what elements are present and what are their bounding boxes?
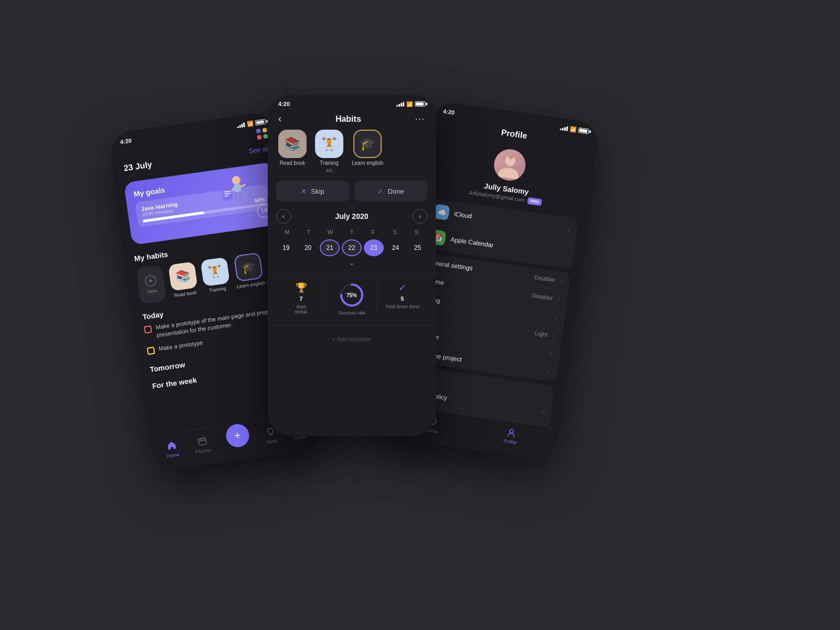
about-arrow-icon: › [547,368,550,375]
cal-day-24[interactable]: 24 [386,239,406,256]
center-english-icon: 🎓 [353,130,382,158]
nav-home[interactable]: Home [165,439,180,459]
center-time: 4:20 [278,101,290,107]
center-book-label: Read book [280,160,305,166]
nav-add-button[interactable]: + [224,422,250,448]
svg-line-13 [198,440,206,441]
streak-days: 7 [300,296,303,302]
nav-home-label: Home [166,452,180,459]
right-wifi-icon: 📶 [570,126,576,133]
total-number: 5 [401,296,404,302]
cal-day-21[interactable]: 21 [320,239,340,256]
cal-day-19[interactable]: 19 [276,239,296,256]
center-habit-english[interactable]: 🎓 Learn english [352,130,383,173]
left-time: 4:20 [120,137,132,145]
calendar-arrow-icon: › [563,251,566,259]
privacy-arrow-icon: › [541,407,544,415]
back-button[interactable]: ‹ [278,113,281,124]
success-circle: 75% [339,282,365,308]
task-text-2: Make a prototype [158,339,203,353]
read-book-icon-box: 📚 [168,261,197,291]
cal-prev-button[interactable]: ‹ [276,209,291,224]
wifi-icon: 📶 [246,120,253,127]
add-habit-icon: + [144,274,158,287]
right-nav-profile[interactable]: Profile [503,427,519,445]
checkmark-icon: ✓ [398,282,406,293]
training-label: Training [209,286,226,293]
skip-button[interactable]: ✕ Skip [276,181,349,202]
habit-read-book[interactable]: 📚 Read book [168,261,198,298]
right-profile-label: Profile [503,438,518,445]
support-arrow-icon: › [550,350,553,357]
nav-planner[interactable]: Planner [193,434,212,455]
success-stat: 75% Success rate [326,282,376,316]
center-book-icon: 📚 [278,130,307,158]
disablet-1-value: Disablet [534,274,555,283]
icloud-icon: ☁️ [433,204,450,220]
rating-arrow-icon: › [555,313,558,321]
total-label: Total times done [385,304,420,309]
center-habit-training[interactable]: 🏋️ Training 4/6 [315,130,343,173]
center-english-label: Learn english [352,160,383,166]
svg-rect-1 [233,183,242,193]
done-button[interactable]: ✓ Done [354,181,427,202]
stats-divider [268,325,436,326]
success-percent: 75% [346,292,357,298]
done-label: Done [387,187,404,195]
success-label: Success rate [338,310,365,316]
center-habit-book[interactable]: 📚 Read book [278,130,307,173]
task-checkbox-2[interactable] [147,346,155,355]
new-label: New [147,288,157,295]
cal-next-button[interactable]: › [413,209,427,224]
trophy-icon: 🏆 [296,282,307,293]
streak-label: daysstreak [295,304,308,314]
avatar-placeholder [492,147,528,183]
svg-line-11 [200,438,201,440]
skip-x-icon: ✕ [301,187,307,195]
svg-line-12 [203,437,204,439]
planner-icon [196,435,209,448]
center-status-bar: 4:20 📶 [268,94,436,110]
center-wifi-icon: 📶 [406,101,413,107]
done-check-icon: ✓ [377,187,383,195]
svg-line-9 [225,196,228,196]
habit-training[interactable]: 🏋️ Training [201,257,231,293]
svg-rect-10 [198,438,206,445]
add-reminder-button[interactable]: + Add reminder [268,331,436,348]
new-habit-button[interactable]: + New [135,265,166,304]
light-arrow-icon: › [552,332,555,339]
english-label: Learn english [236,280,265,289]
cal-day-23[interactable]: 23 [364,239,384,256]
center-training-sub: 4/6 [326,168,333,173]
habit-english[interactable]: 🎓 Learn english [233,252,265,289]
stats-row: 🏆 7 daysstreak 75% Success rate ✓ 5 Tota… [268,278,436,320]
english-icon-box: 🎓 [234,253,263,282]
task-checkbox-1[interactable] [144,326,152,334]
right-time: 4:20 [443,108,455,116]
center-training-label: Training [320,160,339,166]
svg-line-4 [235,193,237,198]
center-phone: 4:20 📶 ‹ Habits ··· 📚 Read book [268,94,436,436]
svg-point-0 [232,175,241,185]
user-avatar [492,147,528,183]
cal-day-25[interactable]: 25 [407,239,427,256]
goal-percent: 50% [254,196,265,204]
theme-arrow-icon: › [557,295,560,302]
streak-stat: 🏆 7 daysstreak [276,282,326,316]
cal-divider [268,272,436,272]
habits-scroll: 📚 Read book 🏋️ Training 4/6 🎓 Learn engl… [268,130,436,173]
svg-line-5 [239,192,241,197]
disablet-2-value: Disablet [531,292,553,301]
left-date: 23 July [123,160,152,173]
cal-day-20[interactable]: 20 [298,239,318,256]
calendar-section: ‹ July 2020 › M T W T F S S 19 20 21 22 … [268,209,436,267]
home-icon [165,439,178,452]
center-training-icon: 🏋️ [315,130,343,158]
cal-day-22[interactable]: 22 [342,239,362,256]
nav-planner-label: Planner [195,447,212,455]
see-all-link[interactable]: See all [248,144,270,155]
total-stat: ✓ 5 Total times done [377,282,427,316]
more-button[interactable]: ··· [415,114,425,124]
cal-chevron-down-icon[interactable]: ⌄ [276,258,427,267]
svg-point-21 [510,429,514,433]
